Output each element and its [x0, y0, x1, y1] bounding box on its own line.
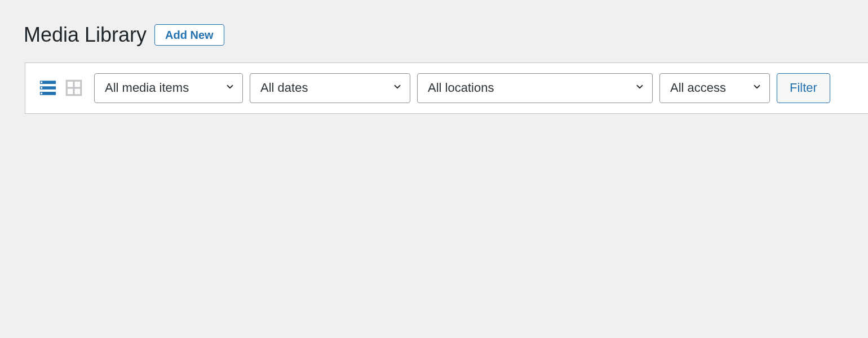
- page-title: Media Library: [24, 23, 147, 47]
- svg-rect-0: [40, 81, 56, 84]
- access-filter[interactable]: All access: [659, 73, 770, 103]
- access-filter-wrap: All access: [659, 73, 770, 103]
- svg-rect-5: [41, 93, 42, 95]
- dates-filter[interactable]: All dates: [250, 73, 410, 103]
- locations-filter[interactable]: All locations: [417, 73, 653, 103]
- add-new-button[interactable]: Add New: [154, 24, 224, 46]
- page-header: Media Library Add New: [24, 23, 868, 47]
- svg-rect-3: [41, 82, 42, 83]
- svg-rect-4: [41, 87, 42, 89]
- media-type-filter[interactable]: All media items: [94, 73, 243, 103]
- svg-rect-2: [40, 92, 56, 95]
- media-toolbar: All media items All dates All locations: [25, 63, 868, 113]
- svg-rect-1: [40, 87, 56, 90]
- locations-filter-wrap: All locations: [417, 73, 653, 103]
- filter-button[interactable]: Filter: [777, 73, 830, 103]
- dates-filter-wrap: All dates: [250, 73, 410, 103]
- grid-view-icon[interactable]: [64, 78, 84, 98]
- view-toggle-group: [38, 78, 84, 98]
- media-type-filter-wrap: All media items: [94, 73, 243, 103]
- list-view-icon[interactable]: [38, 78, 58, 98]
